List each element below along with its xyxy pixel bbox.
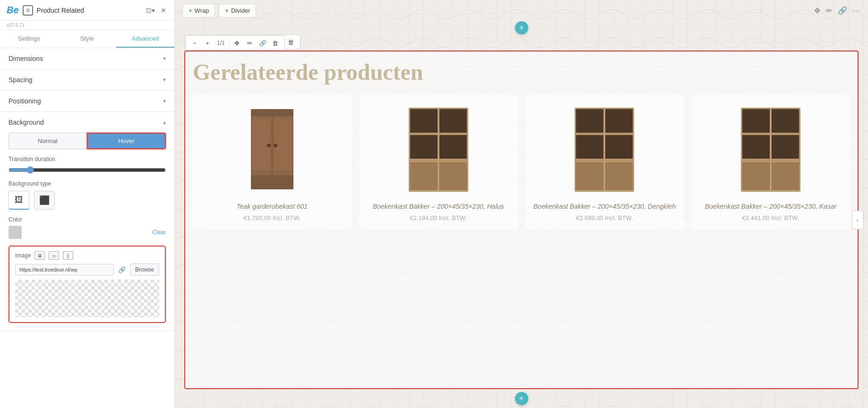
inner-toolbar: − + 1/1 ✥ ✏ 🔗 🗑 — [185, 35, 285, 51]
bookcase-svg-3 — [574, 107, 635, 192]
inner-plus-button[interactable]: + — [202, 38, 213, 48]
inner-move-icon[interactable]: ✥ — [232, 38, 242, 48]
product-name-4: Boekenkast Bakker – 200×45/35×230, Kasar — [705, 202, 837, 212]
svg-rect-12 — [439, 135, 467, 159]
tabs-row: Settings Style Advanced — [0, 30, 174, 48]
svg-rect-21 — [576, 135, 603, 159]
background-label: Background — [9, 119, 44, 126]
spacing-label: Spacing — [9, 76, 33, 84]
color-label: Color — [9, 216, 166, 223]
link-icon[interactable]: 🔗 — [838, 6, 847, 15]
tab-settings[interactable]: Settings — [0, 30, 58, 48]
canvas-content: − + 1/1 + Add ✥ ✏ 🔗 🗑 − + 1/1 ✥ ✏ 🔗 🗑 — [175, 34, 868, 389]
color-clear-button[interactable]: Clear — [152, 229, 166, 236]
widget-title: Product Related — [37, 7, 141, 14]
product-card: Teak garderobekast 601 €1.780,00 Incl. B… — [193, 94, 352, 229]
product-image-area-3 — [533, 102, 677, 196]
background-header[interactable]: Background ▴ — [0, 112, 174, 133]
inner-edit-icon[interactable]: ✏ — [245, 38, 255, 48]
svg-rect-11 — [410, 135, 438, 159]
inner-divider-1 — [229, 39, 230, 47]
section-title: Gerelateerde producten — [193, 59, 850, 85]
add-divider-button[interactable]: + Divider — [219, 4, 256, 17]
add-row-above: + — [175, 21, 868, 34]
divider-label: Divider — [231, 7, 250, 14]
svg-rect-7 — [251, 175, 293, 189]
add-row-below-button[interactable]: + — [515, 392, 528, 405]
image-monitor-button[interactable]: 🖥 — [34, 251, 45, 260]
add-row-below: + — [175, 389, 868, 408]
product-price-2: €2.194,00 Incl. BTW, — [410, 214, 467, 221]
spacing-header[interactable]: Spacing ▾ — [0, 69, 174, 90]
close-button[interactable]: ✕ — [159, 5, 168, 16]
image-label: Image — [15, 252, 31, 259]
wardrobe-svg — [249, 107, 296, 192]
add-wrap-button[interactable]: + Wrap — [182, 4, 215, 17]
svg-rect-30 — [772, 109, 799, 133]
svg-rect-35 — [743, 163, 769, 189]
inner-minus-button[interactable]: − — [189, 38, 200, 48]
product-card-3: Boekenkast Bakker – 200×45/35×230, Dengk… — [525, 94, 684, 229]
canvas-area: + Wrap + Divider ✥ ✏ 🔗 ⋯ + − + 1/1 + Add… — [175, 0, 868, 408]
bg-solid-type-button[interactable]: ⬛ — [34, 191, 55, 210]
product-card-2: Boekenkast Bakker – 200×45/35×230, Halus… — [359, 94, 518, 229]
svg-rect-29 — [742, 109, 770, 133]
transition-section: Transition duration — [9, 156, 166, 174]
dimensions-header[interactable]: Dimensions ▾ — [0, 48, 174, 69]
svg-rect-15 — [411, 163, 437, 189]
bg-image-type-button[interactable]: 🖼 — [9, 191, 29, 210]
expand-button[interactable]: ⊡▾ — [145, 5, 156, 16]
svg-rect-20 — [605, 109, 633, 133]
image-mobile-button[interactable]: ▯ — [63, 251, 73, 260]
svg-rect-32 — [772, 135, 799, 159]
product-image-area-2 — [367, 102, 510, 196]
tab-advanced[interactable]: Advanced — [116, 30, 174, 48]
positioning-chevron: ▾ — [163, 98, 166, 104]
color-row: Clear — [9, 226, 166, 239]
svg-rect-25 — [577, 163, 602, 189]
svg-rect-36 — [773, 163, 798, 189]
image-url-input[interactable] — [15, 264, 114, 275]
bg-type-section: Background type 🖼 ⬛ — [9, 180, 166, 210]
product-image-area-4 — [699, 102, 842, 196]
add-row-above-button[interactable]: + — [515, 21, 528, 34]
spacing-section: Spacing ▾ — [0, 69, 174, 91]
transition-slider[interactable] — [9, 166, 166, 174]
svg-rect-26 — [606, 163, 632, 189]
collapse-handle[interactable]: ‹ — [852, 211, 863, 230]
hover-button[interactable]: Hover — [87, 133, 166, 149]
background-section: Background ▴ Normal Hover Transition dur… — [0, 112, 174, 331]
transition-slider-row — [9, 166, 166, 174]
inner-link-icon[interactable]: 🔗 — [258, 38, 268, 48]
image-section: Image 🖥 ▭ ▯ 🔗 Browse — [9, 246, 166, 323]
be-logo: Be — [7, 5, 19, 16]
positioning-section: Positioning ▾ — [0, 91, 174, 112]
normal-button[interactable]: Normal — [9, 133, 87, 149]
move-icon[interactable]: ✥ — [814, 6, 820, 15]
outer-delete-icon[interactable]: 🗑 — [286, 37, 296, 47]
products-grid: Teak garderobekast 601 €1.780,00 Incl. B… — [193, 94, 850, 229]
svg-point-5 — [267, 144, 271, 147]
image-tablet-button[interactable]: ▭ — [49, 251, 59, 260]
image-link-button[interactable]: 🔗 — [117, 264, 127, 275]
product-card-4: Boekenkast Bakker – 200×45/35×230, Kasar… — [691, 94, 850, 229]
version-tag: v27.5.71 — [0, 21, 174, 30]
svg-point-6 — [274, 144, 277, 147]
color-swatch[interactable] — [9, 226, 22, 239]
dimensions-section: Dimensions ▾ — [0, 48, 174, 69]
product-widget: − + 1/1 ✥ ✏ 🔗 🗑 Gerelateerde producten — [184, 51, 859, 389]
svg-rect-16 — [440, 163, 466, 189]
positioning-header[interactable]: Positioning ▾ — [0, 91, 174, 111]
svg-rect-19 — [576, 109, 603, 133]
sidebar: Be ⊞ Product Related ⊡▾ ✕ v27.5.71 Setti… — [0, 0, 175, 408]
tab-style[interactable]: Style — [58, 30, 116, 48]
edit-icon[interactable]: ✏ — [826, 6, 832, 15]
browse-button[interactable]: Browse — [130, 264, 159, 276]
product-price-1: €1.780,00 Incl. BTW, — [244, 214, 301, 221]
dimensions-chevron: ▾ — [163, 55, 166, 62]
product-name-1: Teak garderobekast 601 — [237, 202, 308, 212]
product-price-3: €2.689,00 Incl. BTW, — [576, 214, 633, 221]
inner-delete-icon[interactable]: 🗑 — [270, 38, 281, 48]
more-icon[interactable]: ⋯ — [853, 6, 860, 15]
bookcase-svg-4 — [740, 107, 801, 192]
